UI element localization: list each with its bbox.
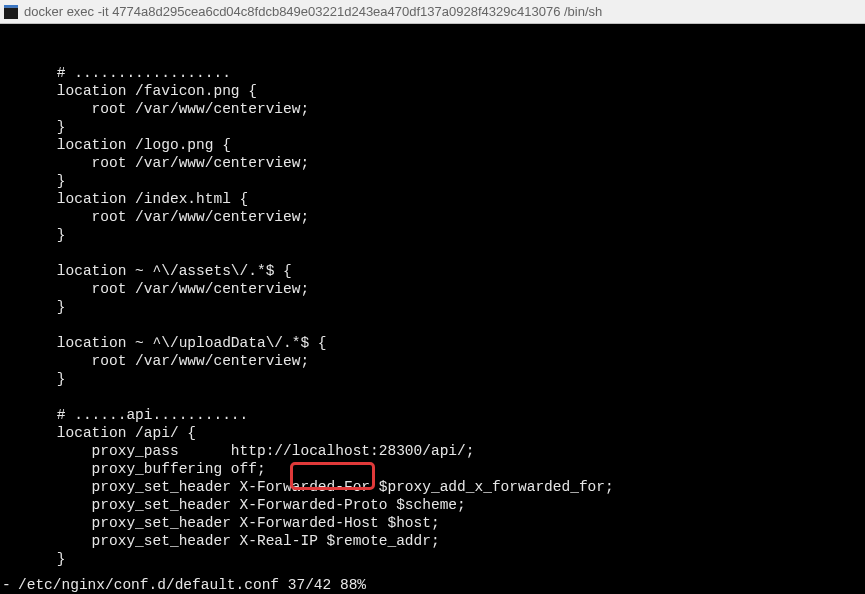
statusline-text: /etc/nginx/conf.d/default.conf 37/42 88% <box>8 577 366 593</box>
window-titlebar: docker exec -it 4774a8d295cea6cd04c8fdcb… <box>0 0 865 24</box>
svg-rect-0 <box>4 5 18 8</box>
window-title: docker exec -it 4774a8d295cea6cd04c8fdcb… <box>24 4 602 19</box>
terminal-content: # .................. location /favicon.p… <box>22 64 857 568</box>
statusline-mode-indicator: - <box>0 576 19 594</box>
terminal-icon <box>4 5 18 19</box>
editor-statusline: - /etc/nginx/conf.d/default.conf 37/42 8… <box>0 576 865 594</box>
svg-rect-2 <box>4 8 18 19</box>
terminal-viewport[interactable]: # .................. location /favicon.p… <box>0 24 865 594</box>
